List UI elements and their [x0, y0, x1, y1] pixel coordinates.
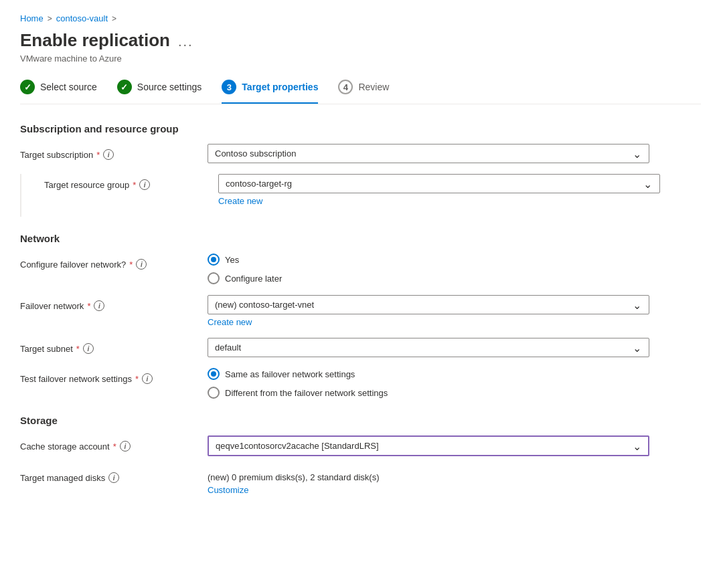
failover-network-info-icon[interactable]: i: [94, 300, 104, 311]
test-failover-same-option[interactable]: Same as failover network settings: [208, 368, 649, 380]
configure-failover-label: Configure failover network? * i: [20, 254, 208, 270]
target-resource-group-select[interactable]: contoso-target-rg: [218, 174, 660, 193]
configure-failover-later-option[interactable]: Configure later: [208, 272, 649, 284]
section-storage: Storage Cache storage account * i qeqve1…: [20, 415, 701, 495]
test-failover-settings-required: *: [135, 374, 139, 384]
target-subscription-select[interactable]: Contoso subscription: [208, 144, 649, 163]
test-failover-settings-label: Test failover network settings * i: [20, 368, 208, 384]
target-resource-group-required: *: [133, 180, 136, 190]
section-network: Network Configure failover network? * i …: [20, 233, 701, 399]
target-managed-disks-row: Target managed disks i (new) 0 premium d…: [20, 467, 701, 495]
step-1-label: Select source: [40, 82, 97, 92]
step-1-icon: ✓: [20, 80, 35, 94]
ellipsis-button[interactable]: ...: [178, 34, 193, 50]
configure-failover-yes-option[interactable]: Yes: [208, 254, 649, 266]
configure-failover-control: Yes Configure later: [208, 254, 649, 284]
step-review[interactable]: 4 Review: [338, 80, 389, 94]
target-subscription-required: *: [96, 150, 100, 160]
target-subnet-select[interactable]: default: [208, 338, 649, 357]
target-subscription-label: Target subscription * i: [20, 144, 208, 160]
configure-failover-radio-group: Yes Configure later: [208, 254, 649, 284]
configure-failover-network-row: Configure failover network? * i Yes Conf…: [20, 254, 701, 284]
target-managed-disks-label: Target managed disks i: [20, 467, 208, 483]
failover-network-required: *: [87, 301, 90, 311]
test-failover-settings-row: Test failover network settings * i Same …: [20, 368, 701, 399]
page-title: Enable replication: [20, 30, 170, 51]
wizard-steps: ✓ Select source ✓ Source settings 3 Targ…: [20, 80, 701, 104]
step-source-settings[interactable]: ✓ Source settings: [117, 80, 202, 94]
target-managed-disks-value: (new) 0 premium disks(s), 2 standard dis…: [208, 467, 649, 482]
breadcrumb-home[interactable]: Home: [20, 13, 44, 23]
failover-network-label: Failover network * i: [20, 295, 208, 311]
subscription-section-title: Subscription and resource group: [20, 123, 701, 134]
target-resource-group-label: Target resource group * i: [31, 174, 218, 190]
failover-network-create-new-link[interactable]: Create new: [208, 317, 252, 327]
configure-failover-later-label: Configure later: [225, 274, 282, 284]
configure-failover-yes-radio[interactable]: [208, 254, 220, 266]
test-failover-radio-group: Same as failover network settings Differ…: [208, 368, 649, 399]
target-resource-group-dropdown-wrapper: contoso-target-rg: [218, 174, 660, 193]
page-header: Enable replication ...: [20, 30, 701, 51]
failover-network-row: Failover network * i (new) contoso-targe…: [20, 295, 701, 327]
breadcrumb: Home > contoso-vault >: [20, 13, 701, 23]
target-resource-group-info-icon[interactable]: i: [139, 179, 150, 190]
test-failover-different-option[interactable]: Different from the failover network sett…: [208, 387, 649, 399]
section-subscription-group: Subscription and resource group Target s…: [20, 123, 701, 217]
test-failover-different-radio[interactable]: [208, 387, 220, 399]
step-4-icon: 4: [338, 80, 353, 94]
breadcrumb-sep-2: >: [112, 14, 116, 23]
test-failover-settings-info-icon[interactable]: i: [142, 373, 153, 384]
configure-failover-yes-label: Yes: [225, 255, 239, 265]
test-failover-different-label: Different from the failover network sett…: [225, 388, 388, 398]
failover-network-select[interactable]: (new) contoso-target-vnet: [208, 295, 649, 314]
step-select-source[interactable]: ✓ Select source: [20, 80, 97, 94]
cache-storage-account-label: Cache storage account * i: [20, 435, 208, 452]
target-subscription-control: Contoso subscription: [208, 144, 649, 163]
target-subscription-info-icon[interactable]: i: [103, 149, 114, 160]
target-managed-disks-control: (new) 0 premium disks(s), 2 standard dis…: [208, 467, 649, 495]
cache-storage-info-icon[interactable]: i: [120, 441, 131, 452]
breadcrumb-vault[interactable]: contoso-vault: [56, 13, 108, 23]
breadcrumb-sep-1: >: [48, 14, 52, 23]
target-resource-group-control: contoso-target-rg Create new: [218, 174, 660, 206]
cache-storage-select[interactable]: qeqve1contosorcv2acache [StandardLRS]: [208, 435, 649, 456]
page-subtitle: VMware machine to Azure: [20, 54, 701, 64]
failover-network-dropdown-wrapper: (new) contoso-target-vnet: [208, 295, 649, 314]
cache-storage-required: *: [113, 442, 116, 452]
target-subnet-required: *: [76, 344, 80, 354]
target-subnet-control: default: [208, 338, 649, 357]
target-subnet-info-icon[interactable]: i: [83, 343, 94, 354]
step-3-label: Target properties: [242, 82, 318, 92]
step-2-label: Source settings: [137, 82, 202, 92]
target-resource-group-inner-row: Target resource group * i contoso-target…: [31, 174, 701, 206]
failover-network-control: (new) contoso-target-vnet Create new: [208, 295, 649, 327]
target-subscription-row: Target subscription * i Contoso subscrip…: [20, 144, 701, 163]
storage-section-title: Storage: [20, 415, 701, 426]
target-managed-disks-info-icon[interactable]: i: [108, 472, 119, 483]
cache-storage-dropdown-wrapper: qeqve1contosorcv2acache [StandardLRS]: [208, 435, 649, 456]
configure-failover-later-radio[interactable]: [208, 272, 220, 284]
step-2-icon: ✓: [117, 80, 132, 94]
resource-group-create-new-link[interactable]: Create new: [218, 196, 262, 206]
test-failover-settings-control: Same as failover network settings Differ…: [208, 368, 649, 399]
cache-storage-account-row: Cache storage account * i qeqve1contosor…: [20, 435, 701, 456]
step-3-icon: 3: [222, 80, 236, 94]
target-subscription-dropdown-wrapper: Contoso subscription: [208, 144, 649, 163]
configure-failover-required: *: [129, 260, 133, 270]
step-4-label: Review: [358, 82, 389, 92]
target-subnet-dropdown-wrapper: default: [208, 338, 649, 357]
step-target-properties[interactable]: 3 Target properties: [222, 80, 318, 104]
target-resource-group-row: Target resource group * i contoso-target…: [20, 174, 701, 217]
indent-line: [20, 174, 21, 217]
target-subnet-label: Target subnet * i: [20, 338, 208, 354]
test-failover-same-radio[interactable]: [208, 368, 220, 380]
target-managed-disks-customize-link[interactable]: Customize: [208, 485, 248, 495]
test-failover-same-label: Same as failover network settings: [225, 369, 355, 379]
configure-failover-info-icon[interactable]: i: [136, 259, 147, 270]
cache-storage-control: qeqve1contosorcv2acache [StandardLRS]: [208, 435, 649, 456]
target-subnet-row: Target subnet * i default: [20, 338, 701, 357]
network-section-title: Network: [20, 233, 701, 244]
